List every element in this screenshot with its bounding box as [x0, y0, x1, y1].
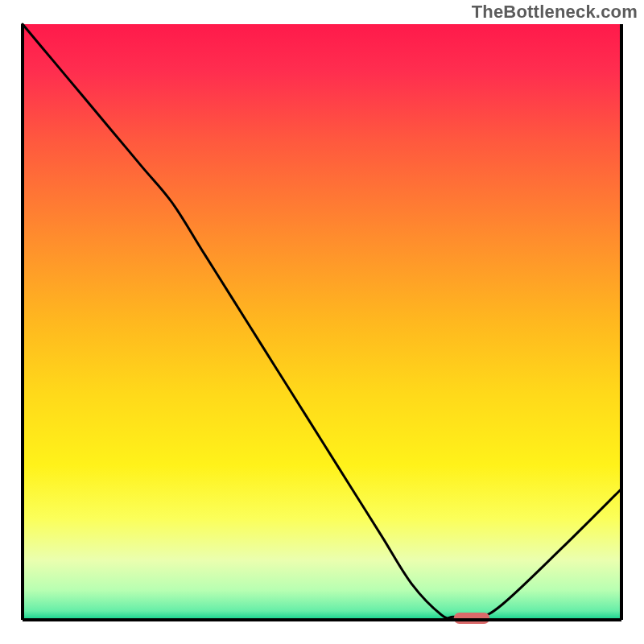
- watermark-text: TheBottleneck.com: [472, 2, 638, 23]
- chart-container: { "watermark": "TheBottleneck.com", "cha…: [0, 0, 644, 644]
- bottleneck-chart: [0, 0, 644, 644]
- plot-gradient-background: [23, 24, 621, 620]
